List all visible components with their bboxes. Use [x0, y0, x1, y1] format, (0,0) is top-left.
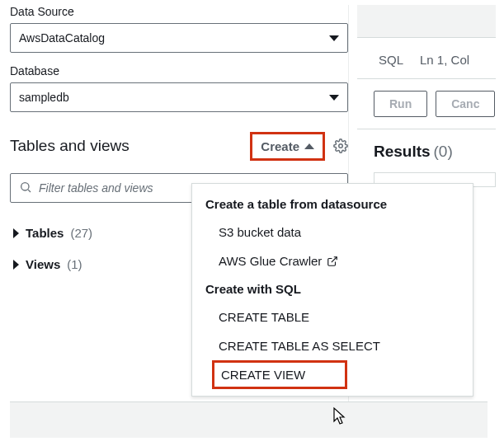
external-link-icon [327, 256, 338, 267]
dropdown-item-s3[interactable]: S3 bucket data [192, 218, 473, 246]
svg-line-3 [332, 256, 337, 261]
caret-right-icon [13, 228, 19, 238]
mouse-cursor-icon [331, 406, 347, 429]
caret-right-icon [13, 260, 19, 270]
tables-count: (27) [70, 226, 92, 240]
datasource-value: AwsDataCatalog [19, 31, 105, 45]
results-title: Results [374, 143, 431, 160]
svg-point-1 [21, 182, 29, 190]
search-icon [19, 181, 32, 196]
run-button[interactable]: Run [374, 91, 427, 117]
cancel-button[interactable]: Canc [436, 91, 495, 117]
svg-point-0 [339, 144, 343, 148]
database-value: sampledb [19, 91, 69, 104]
datasource-select[interactable]: AwsDataCatalog [10, 23, 348, 53]
views-label: Views [26, 257, 60, 271]
dropdown-item-create-view[interactable]: CREATE VIEW [212, 360, 347, 389]
tables-label: Tables [26, 226, 64, 240]
views-count: (1) [67, 257, 82, 271]
dropdown-item-create-table-as-select[interactable]: CREATE TABLE AS SELECT [192, 331, 473, 360]
create-button[interactable]: Create [250, 132, 325, 161]
caret-down-icon [329, 35, 339, 41]
create-dropdown: Create a table from datasource S3 bucket… [191, 183, 473, 397]
dropdown-group-sql: Create with SQL [192, 275, 473, 303]
gear-icon[interactable] [333, 138, 348, 153]
bottom-bar [10, 401, 488, 438]
results-count: (0) [434, 143, 453, 160]
dropdown-item-glue-label: AWS Glue Crawler [219, 254, 322, 268]
database-select[interactable]: sampledb [10, 82, 348, 112]
dropdown-item-create-table[interactable]: CREATE TABLE [192, 303, 473, 331]
caret-up-icon [304, 143, 314, 149]
caret-down-icon [329, 95, 339, 101]
tables-views-title: Tables and views [10, 137, 130, 155]
editor-mode: SQL [379, 53, 403, 67]
create-button-label: Create [261, 139, 299, 153]
dropdown-item-glue[interactable]: AWS Glue Crawler [192, 246, 473, 275]
svg-line-2 [28, 190, 31, 192]
database-label: Database [10, 64, 348, 77]
dropdown-group-datasource: Create a table from datasource [192, 190, 473, 218]
editor-position: Ln 1, Col [420, 53, 469, 67]
datasource-label: Data Source [10, 5, 348, 18]
tab-strip [357, 5, 496, 38]
